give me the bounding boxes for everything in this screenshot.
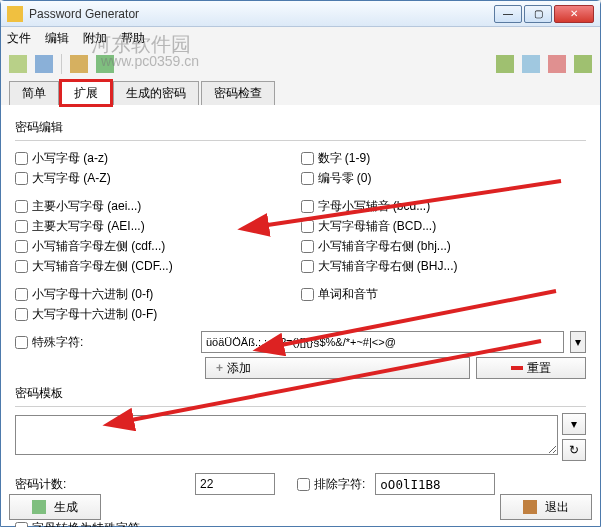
chk-to-special-box[interactable] [15,522,28,528]
template-dropdown-button[interactable]: ▾ [562,413,586,435]
toolbar-icon-5[interactable] [496,55,514,73]
exit-icon [523,500,537,514]
content-panel: 密码编辑 小写字母 (a-z) 大写字母 (A-Z) 主要小写字母 (aei..… [1,105,600,527]
chk-special[interactable]: 特殊字符: [15,333,195,351]
menu-add[interactable]: 附加 [83,30,107,47]
close-button[interactable]: ✕ [554,5,594,23]
template-refresh-button[interactable]: ↻ [562,439,586,461]
divider-2 [15,406,586,407]
menubar: 文件 编辑 附加 帮助 [1,27,600,49]
titlebar: Password Generator — ▢ ✕ [1,1,600,27]
chk-words-box[interactable] [301,288,314,301]
divider-1 [15,140,586,141]
chk-cons-lower-left[interactable]: 小写辅音字母左侧 (cdf...) [15,237,301,255]
chk-zero[interactable]: 编号零 (0) [301,169,587,187]
menu-help[interactable]: 帮助 [121,30,145,47]
chk-digits-box[interactable] [301,152,314,165]
minimize-button[interactable]: — [494,5,522,23]
toolbar-icon-3[interactable] [70,55,88,73]
chk-hex-upper[interactable]: 大写字母十六进制 (0-F) [15,305,301,323]
chk-zero-box[interactable] [301,172,314,185]
toolbar-icon-1[interactable] [9,55,27,73]
app-icon [7,6,23,22]
toolbar-icon-4[interactable] [96,55,114,73]
chk-cons-upper-right-box[interactable] [301,260,314,273]
special-chars-input[interactable] [201,331,564,353]
chk-words[interactable]: 单词和音节 [301,285,587,303]
window-title: Password Generator [29,7,494,21]
minus-icon [511,366,523,370]
chk-cons-upper-right[interactable]: 大写辅音字母右侧 (BHJ...) [301,257,587,275]
count-label: 密码计数: [15,476,185,493]
checkbox-columns: 小写字母 (a-z) 大写字母 (A-Z) 主要小写字母 (aei...) 主要… [15,147,586,325]
group-edit-label: 密码编辑 [15,119,586,136]
chk-cons-lower-left-box[interactable] [15,240,28,253]
count-input[interactable] [195,473,275,495]
tab-extended[interactable]: 扩展 [61,81,111,105]
app-window: Password Generator — ▢ ✕ 文件 编辑 附加 帮助 河东软… [0,0,601,527]
group-template-label: 密码模板 [15,385,586,402]
toolbar-icon-8[interactable] [574,55,592,73]
tab-generated[interactable]: 生成的密码 [113,81,199,105]
chk-alpha-lower-cons[interactable]: 字母小写辅音 (bcd...) [301,197,587,215]
window-controls: — ▢ ✕ [494,5,594,23]
chk-to-special[interactable]: 字母转换为特殊字符 [15,519,586,527]
chk-alpha-lower-cons-box[interactable] [301,200,314,213]
chk-lowercase[interactable]: 小写字母 (a-z) [15,149,301,167]
chk-digits[interactable]: 数字 (1-9) [301,149,587,167]
menu-file[interactable]: 文件 [7,30,31,47]
chk-hex-upper-box[interactable] [15,308,28,321]
chk-cons-upper-left-box[interactable] [15,260,28,273]
template-wrap: ▾ ↻ [15,413,586,461]
toolbar-icon-6[interactable] [522,55,540,73]
template-input[interactable] [15,415,558,455]
add-reset-row: +添加 重置 [15,357,586,379]
exit-button[interactable]: 退出 [500,494,592,520]
exclude-input[interactable] [375,473,495,495]
chk-exclude-box[interactable] [297,478,310,491]
toolbar-icon-7[interactable] [548,55,566,73]
special-row: 特殊字符: ▾ [15,331,586,353]
left-column: 小写字母 (a-z) 大写字母 (A-Z) 主要小写字母 (aei...) 主要… [15,147,301,325]
reset-button[interactable]: 重置 [476,357,586,379]
toolbar [1,49,600,79]
chk-hex-lower[interactable]: 小写字母十六进制 (0-f) [15,285,301,303]
chk-alpha-upper-cons[interactable]: 大写字母辅音 (BCD...) [301,217,587,235]
chk-uppercase[interactable]: 大写字母 (A-Z) [15,169,301,187]
toolbar-icon-2[interactable] [35,55,53,73]
chk-cons-upper-left[interactable]: 大写辅音字母左侧 (CDF...) [15,257,301,275]
right-column: 数字 (1-9) 编号零 (0) 字母小写辅音 (bcd...) 大写字母辅音 … [301,147,587,325]
template-side-icons: ▾ ↻ [562,413,586,461]
maximize-button[interactable]: ▢ [524,5,552,23]
chk-cons-lower-right-box[interactable] [301,240,314,253]
plus-icon: + [216,361,223,375]
tabs: 简单 扩展 生成的密码 密码检查 [1,79,600,105]
generate-icon [32,500,46,514]
chk-vowel-lower-box[interactable] [15,200,28,213]
chk-lowercase-box[interactable] [15,152,28,165]
special-dropdown-icon[interactable]: ▾ [570,331,586,353]
chk-vowel-lower[interactable]: 主要小写字母 (aei...) [15,197,301,215]
toolbar-separator [61,54,62,74]
chk-special-box[interactable] [15,336,28,349]
chk-alpha-upper-cons-box[interactable] [301,220,314,233]
count-row: 密码计数: 排除字符: [15,473,586,495]
generate-button[interactable]: 生成 [9,494,101,520]
chk-vowel-upper[interactable]: 主要大写字母 (AEI...) [15,217,301,235]
chk-exclude[interactable]: 排除字符: [297,475,365,493]
chk-cons-lower-right[interactable]: 小写辅音字母右侧 (bhj...) [301,237,587,255]
chk-hex-lower-box[interactable] [15,288,28,301]
chk-vowel-upper-box[interactable] [15,220,28,233]
tab-simple[interactable]: 简单 [9,81,59,105]
add-button[interactable]: +添加 [205,357,470,379]
tab-check[interactable]: 密码检查 [201,81,275,105]
bottom-bar: 生成 退出 [9,494,592,520]
menu-edit[interactable]: 编辑 [45,30,69,47]
chk-uppercase-box[interactable] [15,172,28,185]
